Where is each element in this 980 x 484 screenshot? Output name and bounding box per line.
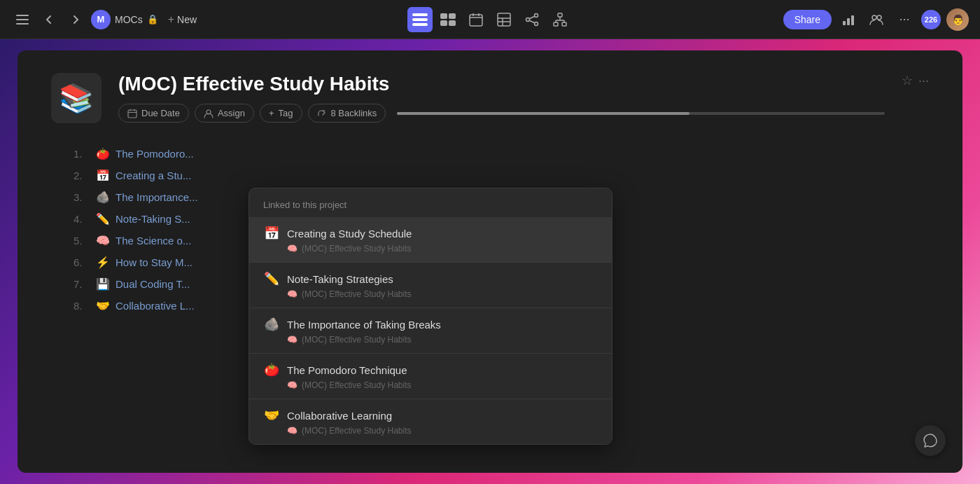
topbar-right: Share ··· 226 👨 [578,8,969,31]
forward-button[interactable] [64,8,87,31]
item-subtitle: 🧠 (MOC) Effective Study Habits [263,335,598,345]
item-title: Collaborative Learning [287,410,392,422]
page-header: 📚 (MOC) Effective Study Habits Due Date [18,50,962,137]
svg-rect-35 [128,110,136,118]
dropdown-item[interactable]: ✏️ Note-Taking Strategies 🧠 (MOC) Effect… [249,263,612,307]
view-hierarchy-icon[interactable] [547,7,573,32]
svg-rect-10 [470,15,482,26]
svg-rect-3 [412,13,428,16]
item-subtitle: 🧠 (MOC) Effective Study Habits [263,289,598,299]
list-item: 2. 📅 Creating a Stu... [74,165,929,186]
topbar-left: M MOCs 🔒 + New [11,8,402,31]
comment-button[interactable] [915,425,946,456]
svg-rect-6 [440,13,447,19]
svg-point-34 [877,15,881,20]
notification-badge[interactable]: 226 [921,10,941,29]
sidebar-toggle-icon[interactable] [11,8,34,31]
svg-point-20 [535,22,538,25]
svg-point-33 [872,15,876,20]
svg-rect-30 [843,21,846,25]
tag-button[interactable]: + Tag [260,104,302,123]
content-panel: 📚 (MOC) Effective Study Habits Due Date [18,50,962,473]
item-icon: 🍅 [263,362,280,378]
svg-point-19 [535,13,538,17]
svg-rect-32 [851,15,854,25]
workspace-name: MOCs [115,14,143,25]
item-icon: 🪨 [263,317,280,332]
list-item: 1. 🍅 The Pomodoro... [74,143,929,165]
svg-point-18 [526,18,530,21]
view-cards-icon[interactable] [435,7,461,32]
dropdown-item[interactable]: 🍅 The Pomodoro Technique 🧠 (MOC) Effecti… [249,354,612,399]
dropdown-header: Linked to this project [249,188,612,217]
lock-icon: 🔒 [147,14,158,25]
new-button[interactable]: + New [162,11,202,29]
dropdown-item[interactable]: 🤝 Collaborative Learning 🧠 (MOC) Effecti… [249,399,612,444]
star-icon[interactable]: ☆ [902,73,913,88]
svg-rect-4 [412,18,428,21]
item-icon: 📅 [263,226,280,241]
more-icon[interactable]: ··· [918,74,929,88]
more-options-icon[interactable]: ··· [893,8,916,31]
item-title: Note-Taking Strategies [287,273,393,285]
backlinks-dropdown: Linked to this project 📅 Creating a Stud… [248,188,612,445]
svg-rect-8 [440,20,447,26]
workspace-badge: M [91,10,111,29]
page-icon: 📚 [51,73,102,123]
svg-rect-0 [16,15,29,16]
assign-button[interactable]: Assign [195,104,254,123]
due-date-button[interactable]: Due Date [118,104,189,123]
item-title: The Importance of Taking Breaks [287,319,441,331]
item-title: The Pomodoro Technique [287,364,407,376]
view-table-icon[interactable] [491,7,517,32]
svg-rect-24 [554,22,558,26]
page-header-content: (MOC) Effective Study Habits Due Date [118,73,885,123]
view-share-icon[interactable] [519,7,545,32]
share-button[interactable]: Share [783,10,832,29]
dropdown-item[interactable]: 🪨 The Importance of Taking Breaks 🧠 (MOC… [249,308,612,353]
topbar-center [407,7,573,32]
topbar: M MOCs 🔒 + New [0,0,980,39]
svg-rect-9 [449,20,456,26]
avatar[interactable]: 👨 [946,8,969,31]
svg-rect-23 [558,13,562,17]
backlinks-button[interactable]: 8 Backlinks [308,104,386,123]
svg-rect-1 [16,19,29,20]
page-title: (MOC) Effective Study Habits [118,73,885,95]
item-subtitle: 🧠 (MOC) Effective Study Habits [263,426,598,436]
svg-rect-5 [412,23,428,26]
svg-rect-31 [847,18,850,25]
svg-rect-25 [562,22,566,26]
view-calendar-icon[interactable] [463,7,489,32]
view-list-icon[interactable] [407,7,433,32]
dropdown-item[interactable]: 📅 Creating a Study Schedule 🧠 (MOC) Effe… [249,217,612,262]
analytics-icon[interactable] [837,8,860,31]
item-title: Creating a Study Schedule [287,228,412,240]
item-subtitle: 🧠 (MOC) Effective Study Habits [263,380,598,390]
item-icon: ✏️ [263,271,280,286]
back-button[interactable] [38,8,60,31]
svg-rect-7 [449,13,456,19]
page-header-icons: ☆ ··· [902,73,929,88]
svg-line-21 [529,16,535,19]
members-icon[interactable] [865,8,888,31]
svg-line-22 [529,20,535,23]
backlinks-progress [397,112,885,115]
svg-rect-14 [498,13,510,26]
svg-rect-2 [16,23,29,25]
item-icon: 🤝 [263,408,280,423]
item-subtitle: 🧠 (MOC) Effective Study Habits [263,244,598,254]
page-actions: Due Date Assign + Tag [118,104,885,123]
main-area: 📚 (MOC) Effective Study Habits Due Date [0,39,980,484]
